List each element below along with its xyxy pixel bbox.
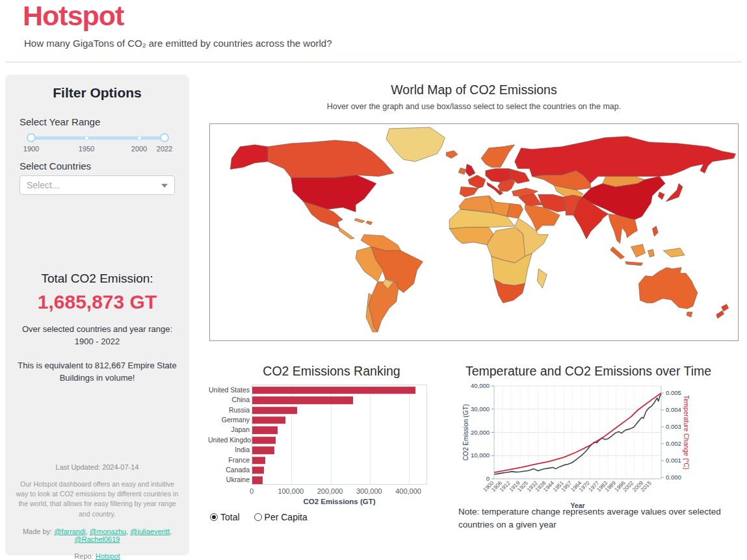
radio-per-capita[interactable]: Per Capita [254, 512, 308, 522]
bar-france[interactable] [252, 457, 265, 465]
bar-gridline [370, 385, 371, 484]
year-range-label: Select Year Range [20, 116, 189, 127]
map-region-hispaniola[interactable] [366, 221, 373, 225]
map-region-cuba[interactable] [354, 218, 365, 223]
map-region-new-guinea[interactable] [663, 248, 685, 257]
author-link[interactable]: @monazhu [90, 528, 126, 535]
metric-radio-group[interactable]: TotalPer Capita [210, 512, 322, 523]
bar-japan[interactable] [252, 427, 278, 435]
right-axis-title: Temperature Change (°C) [683, 395, 689, 470]
map-region-uk[interactable] [465, 164, 475, 177]
hotspot-dashboard: Hotspot How many GigaTons of CO₂ are emi… [0, 0, 747, 560]
sidebar-footer: Last Updated: 2024-07-14 Our Hotspot das… [5, 463, 189, 560]
repo-label: Repo: [74, 552, 95, 560]
map-region-greenland[interactable] [386, 127, 445, 162]
author-link[interactable]: @farrandi [54, 528, 85, 535]
bar-x-tick: 0 [250, 487, 254, 495]
map-hint: Hover over the graph and use box/lasso s… [209, 102, 739, 111]
slider-tick-labels: 1900 1950 2000 2022 [20, 145, 175, 154]
map-region-japan[interactable] [666, 183, 683, 201]
bar-russia[interactable] [252, 407, 297, 414]
map-region-madagascar[interactable] [537, 269, 547, 288]
map-region-java[interactable] [625, 262, 643, 266]
map-region-sumatra[interactable] [610, 247, 625, 259]
series-co2[interactable] [494, 394, 661, 474]
slider-track[interactable] [31, 136, 164, 140]
radio-selected-icon[interactable] [210, 513, 218, 521]
map-region-alaska[interactable] [230, 145, 268, 170]
map-region-sulawesi[interactable] [648, 249, 654, 257]
bar-category-label: India [208, 446, 250, 453]
radio-label: Per Capita [265, 512, 308, 522]
map-region-iceland[interactable] [446, 151, 458, 159]
map-region-scandinavia[interactable] [481, 145, 515, 168]
bar-x-tick: 400,000 [395, 487, 421, 495]
total-range-note: Over selected countries and year range: … [17, 324, 177, 348]
filter-panel: Filter Options Select Year Range 1900 19… [5, 75, 189, 555]
bar-china[interactable] [252, 396, 353, 404]
radio-total[interactable]: Total [210, 512, 240, 522]
country-select-label: Select Countries [20, 160, 189, 172]
bar-category-label: United Kingdom [208, 436, 250, 444]
left-axis-title: CO2 Emission (GT) [462, 404, 469, 461]
bar-chart-section: CO2 Emissions Ranking United StatesChina… [208, 364, 455, 379]
temp-co2-line-chart[interactable]: 010,00020,00030,00040,0000.0000.0010.002… [455, 381, 689, 514]
slider-tick-1900: 1900 [23, 145, 39, 153]
bar-x-tick: 200,000 [317, 487, 343, 495]
radio-unselected-icon[interactable] [254, 513, 262, 521]
bar-category-label: Germany [208, 416, 250, 424]
slider-handle-min[interactable] [27, 133, 36, 142]
left-tick-label: 40,000 [471, 382, 490, 389]
main-content: World Map of CO2 Emissions Hover over th… [195, 75, 747, 560]
map-region-new-zealand[interactable] [716, 311, 724, 318]
bar-ukraine[interactable] [252, 477, 263, 485]
repo-link[interactable]: Hotspot [96, 552, 120, 560]
bar-category-label: Ukraine [208, 476, 250, 483]
left-tick-label: 30,000 [471, 405, 490, 413]
author-link[interactable]: @Rachel0619 [75, 535, 120, 543]
map-region-korea[interactable] [658, 192, 664, 199]
bar-india[interactable] [252, 446, 274, 454]
bar-category-label: United States [208, 386, 250, 394]
bar-category-label: Russia [208, 406, 250, 414]
repo-line: Repo: Hotspot [5, 552, 189, 560]
map-region-borneo[interactable] [631, 244, 646, 257]
country-select[interactable]: Select... [20, 175, 175, 195]
bar-canada[interactable] [252, 466, 264, 474]
slider-tick-2022: 2022 [157, 145, 172, 153]
map-region-usa[interactable] [291, 175, 376, 212]
world-map[interactable] [209, 123, 739, 341]
bar-category-label: Japan [208, 426, 250, 433]
bar-united-kingdom[interactable] [252, 437, 276, 444]
line-chart-section: Temperature and CO2 Emissions over Time … [455, 364, 747, 379]
map-region-tasmania[interactable] [687, 312, 692, 317]
year-range-slider[interactable] [20, 133, 175, 143]
map-region-ireland[interactable] [458, 168, 465, 175]
radio-label: Total [220, 512, 240, 522]
map-region-france[interactable] [468, 175, 486, 188]
map-region-iberia[interactable] [460, 186, 478, 197]
bar-united-states[interactable] [252, 387, 415, 394]
bar-gridline [409, 385, 410, 484]
map-region-new-zealand[interactable] [722, 304, 729, 311]
series-temperature[interactable] [494, 393, 661, 472]
map-region-canada[interactable] [268, 140, 394, 178]
slider-handle-max[interactable] [160, 133, 169, 142]
bar-category-labels: United StatesChinaRussiaGermanyJapanUnit… [208, 385, 250, 485]
world-map-svg[interactable] [210, 124, 738, 340]
total-emission-block: Total CO2 Emission: 1,685,873 GT Over se… [5, 272, 189, 384]
chevron-down-icon[interactable] [161, 184, 168, 188]
line-chart-note: Note: temperature change represents aver… [458, 505, 738, 532]
map-region-central-america[interactable] [339, 227, 354, 239]
map-region-west-africa[interactable] [449, 227, 493, 245]
bar-plot-area[interactable] [252, 385, 427, 485]
map-region-australia[interactable] [638, 268, 697, 309]
map-region-philippines[interactable] [652, 226, 658, 236]
co2-ranking-chart[interactable]: United StatesChinaRussiaGermanyJapanUnit… [208, 385, 429, 485]
slider-step-dot [85, 136, 89, 140]
bar-x-axis-label: CO2 Emissions (GT) [252, 498, 427, 505]
author-link[interactable]: @juliaeveritt [130, 528, 170, 535]
bar-category-label: France [208, 456, 250, 464]
bar-x-tick: 100,000 [278, 487, 304, 495]
bar-germany[interactable] [252, 416, 285, 424]
